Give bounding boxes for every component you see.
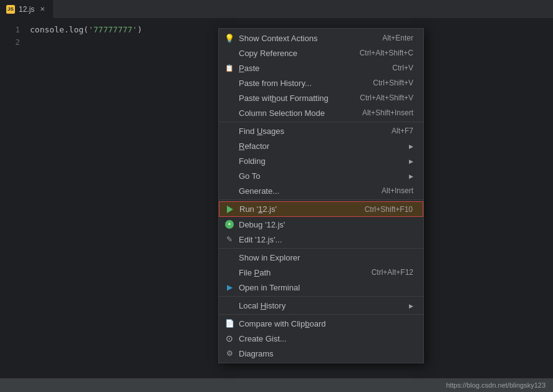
menu-item-show-context-actions[interactable]: 💡 Show Context Actions Alt+Enter (219, 31, 423, 45)
menu-item-find-usages[interactable]: Find Usages Alt+F7 (219, 123, 423, 138)
separator-4 (219, 296, 423, 297)
tab-filename: 12.js (19, 5, 34, 14)
menu-label-copy-reference: Copy Reference (239, 49, 347, 58)
status-url: https://blog.csdn.net/blingsky123 (446, 381, 546, 389)
separator-1 (219, 122, 423, 122)
menu-item-show-explorer[interactable]: Show in Explorer (219, 250, 423, 265)
menu-label-file-path: File Path (239, 268, 359, 277)
menu-label-show-context-actions: Show Context Actions (239, 34, 370, 43)
tab-close-button[interactable]: ✕ (38, 5, 47, 14)
shortcut-column-selection: Alt+Shift+Insert (362, 108, 413, 117)
menu-item-debug-js[interactable]: Debug '12.js' (219, 217, 423, 232)
js-file-icon: JS (6, 5, 15, 14)
menu-label-edit-js: Edit '12.js'... (239, 235, 413, 244)
paste-icon: 📋 (224, 62, 235, 74)
menu-item-generate[interactable]: Generate... Alt+Insert (219, 183, 423, 198)
line-number-1: 1 (5, 24, 20, 36)
line-number-2: 2 (5, 36, 20, 49)
menu-label-local-history: Local History (239, 301, 409, 310)
code-paren: ) (137, 24, 142, 36)
menu-label-folding: Folding (239, 156, 409, 166)
menu-item-edit-js[interactable]: ✎ Edit '12.js'... (219, 232, 423, 247)
go-to-submenu-arrow (409, 172, 413, 179)
terminal-icon: ▶ (224, 282, 235, 293)
debug-icon (224, 219, 235, 230)
shortcut-copy-reference: Ctrl+Alt+Shift+C (360, 49, 413, 57)
menu-item-file-path[interactable]: File Path Ctrl+Alt+F12 (219, 265, 423, 280)
folding-submenu-arrow (409, 157, 413, 165)
menu-label-open-terminal: Open in Terminal (239, 283, 413, 292)
menu-item-run-js[interactable]: Run '12.js' Ctrl+Shift+F10 (219, 201, 423, 217)
separator-2 (219, 199, 423, 200)
local-history-submenu-arrow (409, 302, 413, 309)
menu-item-paste[interactable]: 📋 Paste Ctrl+V (219, 60, 423, 75)
menu-item-copy-reference[interactable]: Copy Reference Ctrl+Alt+Shift+C (219, 45, 423, 60)
menu-label-paste: Paste (239, 64, 380, 73)
shortcut-file-path: Ctrl+Alt+F12 (372, 268, 413, 277)
menu-label-compare-clipboard: Compare with Clipboard (239, 319, 413, 328)
menu-label-run-js: Run '12.js' (239, 204, 352, 214)
menu-item-column-selection[interactable]: Column Selection Mode Alt+Shift+Insert (219, 105, 423, 120)
menu-label-debug-js: Debug '12.js' (239, 220, 413, 229)
bulb-icon: 💡 (224, 32, 235, 44)
shortcut-run-js: Ctrl+Shift+F10 (365, 205, 413, 214)
menu-label-column-selection: Column Selection Mode (239, 108, 350, 118)
shortcut-show-context-actions: Alt+Enter (382, 34, 413, 42)
menu-label-paste-no-format: Paste without Formatting (239, 93, 347, 103)
menu-label-generate: Generate... (239, 186, 369, 196)
menu-label-show-explorer: Show in Explorer (239, 253, 413, 262)
menu-item-local-history[interactable]: Local History (219, 298, 423, 313)
shortcut-paste-history: Ctrl+Shift+V (373, 79, 413, 87)
status-bar: https://blog.csdn.net/blingsky123 (0, 378, 553, 392)
shortcut-generate: Alt+Insert (382, 186, 413, 195)
code-string: '77777777' (89, 24, 137, 36)
menu-item-diagrams[interactable]: ⚙ Diagrams (219, 346, 423, 361)
code-console: console.log( (30, 24, 89, 36)
diagrams-icon: ⚙ (224, 348, 235, 359)
menu-item-go-to[interactable]: Go To (219, 168, 423, 183)
clipboard-icon: 📄 (224, 318, 235, 329)
menu-item-compare-clipboard[interactable]: 📄 Compare with Clipboard (219, 316, 423, 331)
run-icon (224, 204, 236, 215)
file-tab[interactable]: JS 12.js ✕ (0, 0, 54, 18)
menu-label-diagrams: Diagrams (239, 349, 413, 358)
edit-icon: ✎ (224, 234, 235, 245)
menu-item-folding[interactable]: Folding (219, 153, 423, 168)
tab-bar: JS 12.js ✕ (0, 0, 553, 19)
line-numbers: 1 2 (0, 24, 25, 49)
menu-label-go-to: Go To (239, 171, 409, 181)
menu-label-find-usages: Find Usages (239, 127, 379, 136)
editor-container: JS 12.js ✕ 1 2 console.log('77777777') 💡… (0, 0, 553, 392)
menu-item-create-gist[interactable]: ⊙ Create Gist... (219, 331, 423, 346)
shortcut-find-usages: Alt+F7 (392, 127, 413, 135)
menu-label-create-gist: Create Gist... (239, 334, 413, 343)
shortcut-paste: Ctrl+V (392, 64, 413, 72)
menu-item-paste-no-format[interactable]: Paste without Formatting Ctrl+Alt+Shift+… (219, 90, 423, 105)
refactor-submenu-arrow (409, 142, 413, 150)
separator-3 (219, 248, 423, 249)
context-menu: 💡 Show Context Actions Alt+Enter Copy Re… (218, 28, 424, 363)
separator-5 (219, 314, 423, 315)
github-icon: ⊙ (224, 333, 235, 344)
menu-label-refactor: Refactor (239, 141, 409, 151)
menu-label-paste-history: Paste from History... (239, 79, 360, 88)
menu-item-paste-history[interactable]: Paste from History... Ctrl+Shift+V (219, 75, 423, 90)
shortcut-paste-no-format: Ctrl+Alt+Shift+V (360, 93, 413, 102)
menu-item-open-terminal[interactable]: ▶ Open in Terminal (219, 280, 423, 295)
menu-item-refactor[interactable]: Refactor (219, 138, 423, 153)
